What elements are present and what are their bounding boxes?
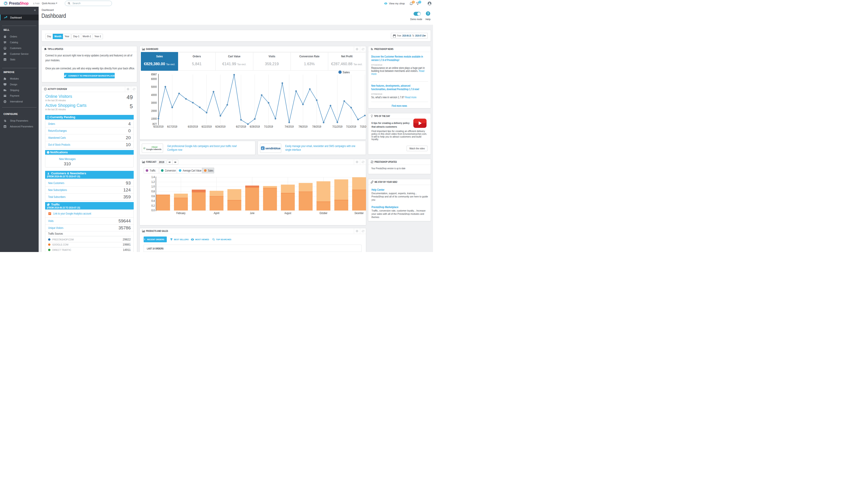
svg-text:40000: 40000 [151, 93, 157, 97]
svg-text:1.0: 1.0 [151, 185, 155, 188]
svg-text:1.4: 1.4 [151, 176, 155, 179]
svg-text:1.2: 1.2 [151, 180, 155, 183]
svg-text:Sales: Sales [343, 71, 350, 74]
svg-text:7/4/2019: 7/4/2019 [285, 125, 294, 128]
svg-text:6/29/2019: 6/29/2019 [250, 125, 260, 128]
svg-text:7/6/2019: 7/6/2019 [298, 125, 308, 128]
svg-text:20000: 20000 [151, 109, 157, 113]
svg-text:60000: 60000 [151, 77, 157, 81]
svg-text:6/27/2019: 6/27/2019 [236, 125, 246, 128]
svg-text:7/13/2019: 7/13/2019 [346, 125, 356, 128]
svg-text:October: October [320, 212, 327, 215]
svg-text:0.4: 0.4 [151, 199, 155, 202]
svg-text:65667: 65667 [151, 73, 157, 76]
svg-text:7/8/2019: 7/8/2019 [312, 125, 321, 128]
svg-text:6/20/2019: 6/20/2019 [188, 125, 198, 128]
svg-text:December: December [355, 212, 364, 215]
svg-text:June: June [250, 212, 254, 215]
svg-text:50000: 50000 [151, 85, 157, 89]
svg-text:0.8: 0.8 [151, 190, 155, 193]
svg-text:6/22/2019: 6/22/2019 [201, 125, 212, 128]
svg-text:6/15/2019: 6/15/2019 [153, 125, 164, 128]
svg-text:7/1/2019: 7/1/2019 [264, 125, 273, 128]
svg-text:0.0: 0.0 [151, 209, 155, 212]
svg-text:6/17/2019: 6/17/2019 [167, 125, 177, 128]
svg-text:February: February [177, 212, 186, 215]
svg-text:April: April [214, 212, 220, 215]
svg-text:10000: 10000 [151, 117, 157, 121]
svg-text:0.6: 0.6 [151, 195, 155, 198]
svg-text:30000: 30000 [151, 101, 157, 104]
svg-text:August: August [285, 212, 291, 215]
svg-text:7/15/2019: 7/15/2019 [360, 125, 366, 128]
svg-text:6/24/2019: 6/24/2019 [215, 125, 225, 128]
svg-text:7/11/2019: 7/11/2019 [332, 125, 343, 128]
svg-text:0.2: 0.2 [151, 204, 155, 208]
